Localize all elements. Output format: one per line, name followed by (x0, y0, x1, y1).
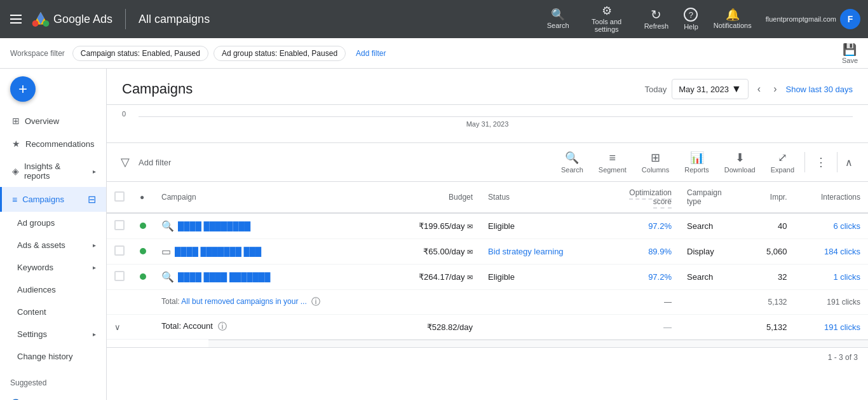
row1-budget-cell: ₹199.65/day ✉ (388, 213, 480, 239)
sidebar-label-audiences: Audiences (17, 285, 56, 294)
sidebar-item-change-history[interactable]: Change history (0, 345, 106, 368)
user-avatar[interactable]: F (840, 9, 860, 29)
refresh-nav-action[interactable]: ↻ Refresh (638, 4, 675, 34)
help-nav-action[interactable]: ? Help (677, 4, 705, 34)
sidebar-label-change-history: Change history (17, 352, 72, 361)
chart-line (139, 116, 853, 117)
google-ads-logo: Google Ads (32, 10, 112, 28)
notifications-nav-action[interactable]: 🔔 Notifications (707, 5, 758, 33)
row1-checkbox[interactable] (114, 220, 125, 230)
table-row: 🔍 ████ ████ ███████ ₹264.17/day ✉ Eligib… (107, 265, 868, 290)
create-fab-button[interactable]: + (10, 76, 36, 102)
save-button[interactable]: 💾 Save (842, 43, 858, 64)
content-area: Campaigns Today May 31, 2023 ▼ ‹ › Show … (107, 69, 868, 400)
row2-checkbox-cell (107, 239, 132, 265)
add-filter-table-label[interactable]: Add filter (139, 158, 171, 167)
campaigns-active-icon: ⊟ (88, 193, 96, 205)
sidebar-label-ads-assets: Ads & assets (17, 240, 65, 250)
toolbar-divider (804, 152, 805, 172)
row1-impr: 40 (778, 221, 787, 231)
row2-campaign-type: Display (687, 247, 714, 256)
account-help-icon[interactable]: ⓘ (218, 321, 227, 331)
date-dropdown-icon: ▼ (731, 83, 742, 95)
hamburger-menu[interactable] (8, 12, 24, 26)
toolbar-segment-icon: ≡ (609, 151, 616, 165)
adgroup-status-filter[interactable]: Ad group status: Enabled, Paused (214, 46, 346, 61)
total-all-campaigns-link[interactable]: All but removed campaigns in your ... (181, 297, 306, 306)
sidebar-item-campaigns[interactable]: ≡ Campaigns ⊟ (0, 187, 106, 212)
row2-status-text[interactable]: Bid strategy learning (488, 247, 564, 256)
select-all-checkbox[interactable] (114, 191, 125, 202)
sidebar-item-keywords[interactable]: Keywords ▸ (0, 256, 106, 279)
row3-campaign-name[interactable]: ████ ████ ███████ (178, 272, 270, 282)
main-layout: + ⊞ Overview ★ Recommendations ◈ Insight… (0, 69, 868, 400)
account-collapse-arrow[interactable]: ∨ (114, 322, 121, 332)
next-date-button[interactable]: › (770, 79, 780, 99)
chart-zero-label: 0 (122, 110, 126, 118)
filter-bar: Workspace filter Campaign status: Enable… (0, 38, 868, 69)
row1-campaign-type: Search (687, 221, 713, 231)
row2-impr: 5,060 (766, 247, 787, 256)
show-last-30-button[interactable]: Show last 30 days (785, 85, 853, 94)
toolbar-search-button[interactable]: 🔍 Search (553, 148, 591, 176)
sidebar-item-content[interactable]: Content (0, 301, 106, 323)
table-row: ▭ ████ ███████ ███ ₹65.00/day ✉ Bid stra… (107, 239, 868, 265)
row3-status-dot (140, 273, 146, 280)
date-dropdown[interactable]: May 31, 2023 ▼ (672, 79, 749, 99)
collapse-icon: ∧ (845, 157, 853, 168)
total-label-cell: Total: All but removed campaigns in your… (154, 290, 388, 315)
insights-icon: ◈ (12, 166, 19, 176)
toolbar-expand-button[interactable]: ⤢ Expand (763, 148, 802, 176)
sidebar-item-ad-groups[interactable]: Ad groups (0, 212, 106, 234)
total-help-icon[interactable]: ⓘ (311, 296, 320, 307)
row2-budget-cell: ₹65.00/day ✉ (388, 239, 480, 265)
toolbar-more-button[interactable]: ⋮ (808, 153, 834, 172)
sidebar-item-audiences[interactable]: Audiences (0, 279, 106, 301)
prev-date-button[interactable]: ‹ (754, 79, 764, 99)
row2-opt-score-cell: 89.9% (602, 239, 679, 265)
account-status-cell2 (480, 315, 602, 340)
row2-status-text-cell: Bid strategy learning (480, 239, 602, 265)
row1-status-cell (132, 213, 154, 239)
row2-opt-score[interactable]: 89.9% (648, 247, 672, 256)
toolbar-columns-button[interactable]: ⊞ Columns (634, 148, 677, 176)
user-email: fluentpromptgmail.com (766, 15, 836, 23)
header-campaign: Campaign (154, 182, 388, 213)
row3-interactions-cell: 1 clicks (795, 265, 869, 290)
toolbar-download-button[interactable]: ⬇ Download (717, 148, 763, 176)
date-value: May 31, 2023 (679, 85, 729, 94)
page-title-nav: All campaigns (139, 13, 210, 26)
toolbar-reports-button[interactable]: 📊 Reports (677, 148, 717, 176)
sidebar-item-settings[interactable]: Settings ▸ (0, 323, 106, 345)
total-campaigns-row: Total: All but removed campaigns in your… (107, 290, 868, 315)
row2-campaign-type-cell: Display (679, 239, 747, 265)
campaign-status-filter[interactable]: Campaign status: Enabled, Paused (72, 46, 208, 61)
search-nav-action[interactable]: 🔍 Search (541, 5, 576, 33)
sidebar-item-overview[interactable]: ⊞ Overview (0, 109, 106, 132)
header-impr: Impr. (747, 182, 795, 213)
row3-checkbox[interactable] (114, 271, 125, 281)
collapse-button[interactable]: ∧ (840, 153, 858, 172)
sidebar-item-get-google[interactable]: 🔵 Get the Google (0, 392, 106, 400)
row2-campaign-name[interactable]: ████ ███████ ███ (175, 247, 261, 256)
sidebar-item-ads-assets[interactable]: Ads & assets ▸ (0, 234, 106, 256)
add-filter-button[interactable]: Add filter (351, 46, 391, 60)
app-name: Google Ads (53, 13, 112, 26)
filter-icon-button[interactable]: ▽ (117, 151, 133, 173)
account-type-cell (679, 315, 747, 340)
row3-opt-score[interactable]: 97.2% (648, 272, 672, 282)
sidebar-item-insights[interactable]: ◈ Insights & reports ▸ (0, 155, 106, 187)
row1-campaign-name[interactable]: ████ ████████ (178, 221, 250, 231)
row2-checkbox[interactable] (114, 245, 125, 256)
pagination: 1 - 3 of 3 (107, 347, 868, 367)
toolbar-segment-button[interactable]: ≡ Segment (591, 149, 634, 176)
row2-campaign-icon: ▭ (161, 245, 171, 258)
tools-nav-action[interactable]: ⚙ Tools and settings (578, 1, 635, 37)
top-navigation: Google Ads All campaigns 🔍 Search ⚙ Tool… (0, 0, 868, 38)
horizontal-scrollbar[interactable] (208, 340, 868, 347)
sidebar-label-keywords: Keywords (17, 263, 53, 272)
row3-campaign-cell: 🔍 ████ ████ ███████ (154, 265, 388, 290)
row1-opt-score[interactable]: 97.2% (648, 221, 672, 231)
account-arrow-cell: ∨ (107, 315, 132, 340)
sidebar-item-recommendations[interactable]: ★ Recommendations (0, 132, 106, 155)
